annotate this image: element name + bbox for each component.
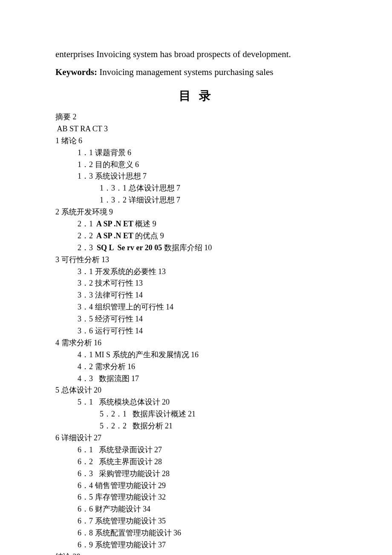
toc-entry-text: 5．2．1 数据库设计概述 bbox=[100, 410, 188, 418]
toc-page-number: 13 bbox=[101, 255, 109, 264]
toc-entry: 5．1 系统模块总体设计 20 bbox=[55, 396, 337, 408]
toc-page-number: 14 bbox=[135, 291, 143, 299]
toc-entry: 结论 38 bbox=[55, 551, 337, 555]
toc-entry: 6 详细设计 27 bbox=[55, 432, 337, 444]
toc-page-number: 21 bbox=[165, 422, 173, 430]
toc-entry-text: 6．4 销售管理功能设计 bbox=[78, 481, 158, 490]
toc-entry-text: 6 详细设计 bbox=[55, 434, 94, 442]
toc-page-number: 21 bbox=[188, 410, 196, 418]
toc-entry: 3．4 组织管理上的可行性 14 bbox=[55, 301, 337, 313]
toc-entry-text: 6．3 采购管理功能设计 bbox=[78, 469, 162, 478]
toc-entry: 6．8 系统配置管理功能设计 36 bbox=[55, 527, 337, 539]
keywords-line: Keywords: Invoicing management systems p… bbox=[55, 65, 337, 80]
toc-page-number: 14 bbox=[166, 303, 173, 311]
toc-entry-text: 1．1 课题背景 bbox=[78, 148, 127, 157]
toc-entry: 1 绪论 6 bbox=[55, 135, 337, 147]
toc-page-number: 2 bbox=[73, 113, 77, 121]
toc-entry-text: 结论 bbox=[55, 552, 73, 555]
toc-page-number: 3 bbox=[104, 124, 108, 133]
toc-page-number: 6 bbox=[127, 148, 131, 157]
toc-entry: 6．5 库存管理功能设计 32 bbox=[55, 491, 337, 503]
toc-entry: 摘要 2 bbox=[55, 111, 337, 123]
toc-entry: 1．3．1 总体设计思想 7 bbox=[55, 182, 337, 194]
toc-entry-text: 3．3 法律可行性 bbox=[78, 291, 135, 299]
toc-page-number: 16 bbox=[191, 350, 199, 359]
toc-page-number: 20 bbox=[94, 386, 101, 394]
toc-entry: 3．3 法律可行性 14 bbox=[55, 289, 337, 301]
toc-page-number: 14 bbox=[135, 327, 143, 335]
toc-entry-text: 3．5 经济可行性 bbox=[78, 315, 135, 323]
toc-entry-text: 2 系统开发环境 bbox=[55, 208, 109, 216]
toc-page-number: 7 bbox=[143, 172, 147, 180]
toc-entry-text: 1．3 系统设计思想 bbox=[78, 172, 143, 180]
toc-entry: 3．1 开发系统的必要性 13 bbox=[55, 266, 337, 278]
toc-page-number: 27 bbox=[154, 445, 162, 454]
toc-entry-text: 摘要 bbox=[55, 113, 73, 121]
toc-entry: 2．1 A SP .N ET 概述 9 bbox=[55, 218, 337, 230]
toc-entry: 5 总体设计 20 bbox=[55, 384, 337, 396]
keywords-label: Keywords: bbox=[55, 67, 97, 77]
toc-page-number: 6 bbox=[135, 160, 139, 169]
toc-entry-text: 6．8 系统配置管理功能设计 bbox=[78, 529, 173, 537]
toc-entry-latin: SQ L Se rv er 20 05 bbox=[95, 243, 164, 252]
toc-entry: 3．2 技术可行性 13 bbox=[55, 278, 337, 289]
toc-page-number: 28 bbox=[162, 469, 170, 478]
toc-page-number: 7 bbox=[176, 196, 180, 204]
toc-entry-text: 5．2．2 数据分析 bbox=[100, 422, 165, 430]
toc-page-number: 7 bbox=[176, 184, 180, 192]
toc-entry-text: 6．9 系统管理功能设计 bbox=[78, 541, 158, 549]
toc-entry-latin: A SP .N ET bbox=[95, 220, 135, 228]
toc-entry: 6．4 销售管理功能设计 29 bbox=[55, 480, 337, 492]
toc-page-number: 13 bbox=[158, 267, 166, 276]
toc-entry: 6．7 系统管理功能设计 35 bbox=[55, 515, 337, 527]
toc-entry: 2．2 A SP .N ET 的优点 9 bbox=[55, 230, 337, 242]
toc-page-number: 36 bbox=[173, 529, 181, 537]
toc-entry: 6．3 采购管理功能设计 28 bbox=[55, 468, 337, 480]
toc-entry-text: 3．2 技术可行性 bbox=[78, 279, 135, 287]
toc-entry-suffix: 数据库介绍 bbox=[164, 243, 205, 252]
toc-page-number: 6 bbox=[78, 136, 82, 145]
toc-entry: 3 可行性分析 13 bbox=[55, 254, 337, 266]
toc-entry: 4．2 需求分析 16 bbox=[55, 361, 337, 373]
toc-entry-text: 5 总体设计 bbox=[55, 386, 94, 394]
toc-entry-text: 3．1 开发系统的必要性 bbox=[78, 267, 158, 276]
toc-entry: 2．3 SQ L Se rv er 20 05 数据库介绍 10 bbox=[55, 242, 337, 254]
toc-page-number: 20 bbox=[162, 398, 170, 406]
toc-entry: AB ST RA CT 3 bbox=[55, 123, 337, 135]
toc-entry-text: 3．4 组织管理上的可行性 bbox=[78, 303, 166, 311]
toc-entry: 1．1 课题背景 6 bbox=[55, 147, 337, 159]
toc-entry: 6．9 系统管理功能设计 37 bbox=[55, 539, 337, 551]
toc-page-number: 27 bbox=[94, 434, 101, 442]
toc-entry-text: 6．2 系统主界面设计 bbox=[78, 457, 154, 466]
toc-entry: 1．2 目的和意义 6 bbox=[55, 159, 337, 171]
toc-page-number: 10 bbox=[204, 243, 212, 252]
toc-entry-prefix: 2．3 bbox=[78, 243, 95, 252]
toc-page-number: 9 bbox=[160, 231, 164, 240]
toc-entry-prefix: 2．1 bbox=[78, 220, 95, 228]
toc-entry-text: 3 可行性分析 bbox=[55, 255, 101, 264]
toc-entry-text: 4 需求分析 bbox=[55, 338, 94, 347]
toc-page-number: 16 bbox=[127, 362, 135, 371]
toc-entry: 6．2 系统主界面设计 28 bbox=[55, 456, 337, 468]
toc-page-number: 32 bbox=[158, 493, 166, 501]
toc-entry-text: 4．2 需求分析 bbox=[78, 362, 127, 371]
toc-entry-latin: A SP .N ET bbox=[95, 231, 135, 240]
toc-entry-text: 6．5 库存管理功能设计 bbox=[78, 493, 158, 501]
toc-page-number: 38 bbox=[73, 552, 81, 555]
toc-entry: 3．6 运行可行性 14 bbox=[55, 325, 337, 337]
toc-entry: 3．5 经济可行性 14 bbox=[55, 313, 337, 325]
toc-entry-text: AB ST RA CT bbox=[55, 124, 104, 133]
toc-page-number: 17 bbox=[131, 374, 139, 383]
toc-entry: 4 需求分析 16 bbox=[55, 337, 337, 349]
toc-entry: 1．3．2 详细设计思想 7 bbox=[55, 194, 337, 206]
table-of-contents: 摘要 2 AB ST RA CT 31 绪论 61．1 课题背景 61．2 目的… bbox=[55, 111, 337, 555]
toc-page-number: 14 bbox=[135, 315, 143, 323]
toc-entry-text: 6．6 财产功能设计 bbox=[78, 505, 143, 513]
toc-entry: 5．2．1 数据库设计概述 21 bbox=[55, 408, 337, 420]
toc-entry-text: 6．7 系统管理功能设计 bbox=[78, 517, 158, 525]
toc-entry-prefix: 2．2 bbox=[78, 231, 95, 240]
toc-entry-text: 4．1 MI S 系统的产生和发展情况 bbox=[78, 350, 191, 359]
toc-entry-text: 1．3．2 详细设计思想 bbox=[100, 196, 176, 204]
toc-entry: 5．2．2 数据分析 21 bbox=[55, 420, 337, 432]
toc-entry: 2 系统开发环境 9 bbox=[55, 206, 337, 218]
